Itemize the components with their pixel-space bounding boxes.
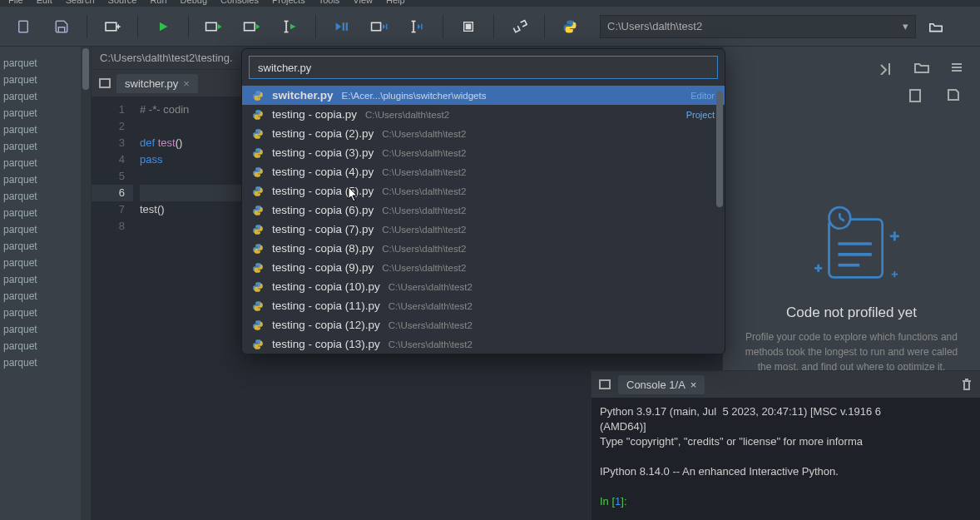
close-icon[interactable]: × — [183, 77, 190, 90]
options-icon[interactable] — [950, 61, 963, 74]
stop-button[interactable] — [452, 12, 485, 42]
menu-source[interactable]: Source — [108, 0, 137, 7]
editor-tab[interactable]: switcher.py × — [116, 74, 198, 93]
project-file[interactable]: parquet — [0, 55, 91, 72]
svg-marker-8 — [256, 23, 260, 28]
project-file[interactable]: parquet — [0, 271, 91, 288]
scrollbar[interactable] — [81, 47, 91, 520]
profiler-illustration-icon — [798, 198, 906, 290]
svg-rect-14 — [343, 22, 344, 31]
project-file[interactable]: parquet — [0, 105, 91, 121]
svg-rect-23 — [421, 23, 423, 29]
browse-dir-button[interactable] — [921, 20, 951, 33]
switcher-result-item[interactable]: testing - copia.pyC:\Users\dalth\test2Pr… — [242, 105, 725, 124]
menu-edit[interactable]: Edit — [37, 0, 52, 7]
run-cell-advance-button[interactable] — [235, 12, 269, 42]
svg-rect-18 — [386, 23, 388, 28]
svg-rect-25 — [466, 24, 470, 28]
debug-button[interactable] — [324, 12, 358, 42]
switcher-result-item[interactable]: testing - copia (13).pyC:\Users\dalth\te… — [242, 334, 725, 354]
new-file-button[interactable] — [7, 12, 40, 42]
project-file[interactable]: parquet — [0, 138, 91, 155]
menu-file[interactable]: File — [8, 0, 23, 7]
project-file[interactable]: parquet — [0, 255, 91, 271]
profiler-description: Profile your code to explore which funct… — [740, 329, 963, 374]
working-dir-input[interactable]: C:\Users\dalth\test2▾ — [600, 15, 916, 38]
file-switcher-dialog: switcher.py switcher.pyE:\Acer...\plugin… — [241, 48, 725, 354]
svg-marker-4 — [160, 22, 167, 31]
project-file[interactable]: parquet — [0, 221, 91, 238]
menu-debug[interactable]: Debug — [181, 0, 207, 7]
menu-view[interactable]: View — [353, 0, 373, 7]
console-kernel-icon[interactable] — [598, 379, 611, 390]
project-file[interactable]: parquet — [0, 88, 91, 105]
project-file[interactable]: parquet — [0, 188, 91, 205]
switcher-result-item[interactable]: testing - copia (11).pyC:\Users\dalth\te… — [242, 296, 725, 315]
trash-icon[interactable] — [960, 377, 973, 392]
debug-cell-button[interactable] — [363, 12, 396, 42]
svg-rect-34 — [910, 90, 920, 102]
close-icon[interactable]: × — [690, 379, 697, 391]
switcher-result-item[interactable]: testing - copia (5).pyC:\Users\dalth\tes… — [242, 181, 725, 201]
menu-search[interactable]: Search — [66, 0, 95, 7]
run-cell-button[interactable] — [197, 12, 230, 42]
save-icon[interactable] — [947, 88, 960, 103]
console-tab[interactable]: Console 1/A× — [618, 375, 705, 394]
svg-rect-1 — [106, 22, 116, 31]
project-file[interactable]: parquet — [0, 171, 91, 188]
line-gutter: 12345678 — [92, 97, 133, 520]
switcher-result-item[interactable]: testing - copia (2).pyC:\Users\dalth\tes… — [242, 124, 725, 143]
project-file[interactable]: parquet — [0, 305, 91, 321]
svg-rect-16 — [372, 22, 381, 30]
switcher-result-item[interactable]: testing - copia (10).pyC:\Users\dalth\te… — [242, 277, 725, 296]
preferences-button[interactable] — [502, 12, 536, 42]
project-explorer: parquetparquetparquetparquetparquetparqu… — [0, 47, 92, 520]
main-toolbar: C:\Users\dalth\test2▾ — [0, 7, 980, 47]
profiler-title: Code not profiled yet — [786, 305, 917, 321]
menu-consoles[interactable]: Consoles — [220, 0, 259, 7]
project-file[interactable]: parquet — [0, 238, 91, 255]
switcher-result-item[interactable]: testing - copia (12).pyC:\Users\dalth\te… — [242, 315, 725, 334]
project-file[interactable]: parquet — [0, 338, 91, 354]
save-button[interactable] — [45, 12, 78, 42]
project-file[interactable]: parquet — [0, 72, 91, 88]
scrollbar[interactable] — [716, 86, 723, 207]
folder-icon[interactable] — [913, 61, 930, 74]
python-path-button[interactable] — [553, 12, 587, 42]
svg-marker-17 — [383, 23, 385, 28]
project-file[interactable]: parquet — [0, 354, 91, 371]
switcher-search-input[interactable]: switcher.py — [249, 56, 718, 79]
svg-rect-48 — [600, 380, 610, 389]
project-file[interactable]: parquet — [0, 288, 91, 305]
svg-marker-6 — [218, 23, 222, 28]
project-file[interactable]: parquet — [0, 155, 91, 171]
project-file[interactable]: parquet — [0, 121, 91, 138]
debug-line-button[interactable] — [401, 12, 434, 42]
svg-rect-5 — [206, 22, 217, 30]
switcher-result-item[interactable]: testing - copia (3).pyC:\Users\dalth\tes… — [242, 143, 725, 162]
switcher-result-item[interactable]: testing - copia (7).pyC:\Users\dalth\tes… — [242, 220, 725, 239]
browse-tabs-button[interactable] — [98, 77, 111, 89]
switcher-result-item[interactable]: testing - copia (6).pyC:\Users\dalth\tes… — [242, 201, 725, 220]
menu-tools[interactable]: Tools — [319, 0, 340, 7]
svg-marker-13 — [336, 22, 341, 31]
file-icon[interactable] — [908, 88, 922, 103]
run-button[interactable] — [146, 12, 180, 42]
svg-rect-15 — [346, 22, 348, 31]
project-file[interactable]: parquet — [0, 205, 91, 221]
switcher-result-item[interactable]: testing - copia (9).pyC:\Users\dalth\tes… — [242, 258, 725, 277]
menu-projects[interactable]: Projects — [272, 0, 305, 7]
switcher-result-item[interactable]: testing - copia (4).pyC:\Users\dalth\tes… — [242, 162, 725, 181]
switcher-results-list: switcher.pyE:\Acer...\plugins\switcher\w… — [242, 86, 725, 354]
switcher-result-item[interactable]: testing - copia (8).pyC:\Users\dalth\tes… — [242, 239, 725, 258]
menubar: FileEditSearchSourceRunDebugConsolesProj… — [0, 0, 980, 7]
switcher-result-item[interactable]: switcher.pyE:\Acer...\plugins\switcher\w… — [242, 86, 725, 105]
menu-run[interactable]: Run — [150, 0, 166, 7]
project-file[interactable]: parquet — [0, 321, 91, 338]
menu-help[interactable]: Help — [386, 0, 405, 7]
run-selection-button[interactable] — [274, 12, 307, 42]
collapse-icon[interactable] — [879, 60, 893, 75]
console-output[interactable]: Python 3.9.17 (main, Jul 5 2023, 20:47:1… — [591, 398, 980, 520]
svg-marker-22 — [418, 23, 420, 29]
new-cell-button[interactable] — [96, 12, 129, 42]
